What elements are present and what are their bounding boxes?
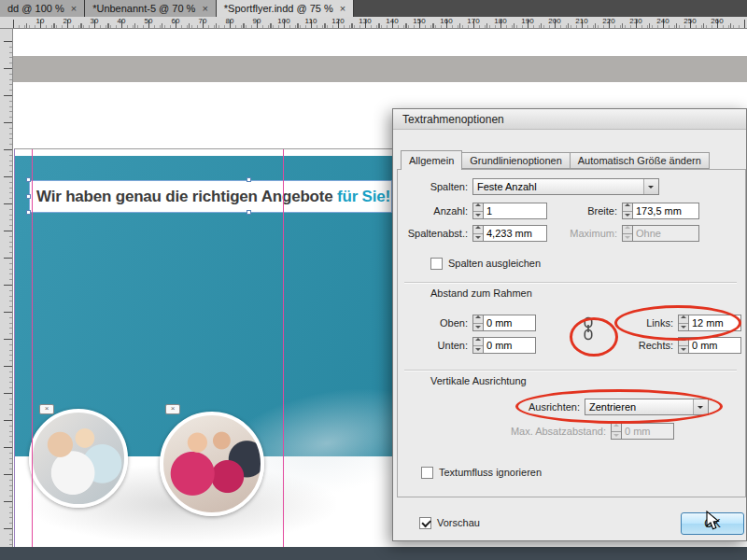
- tab-grundlinienoptionen[interactable]: Grundlinienoptionen: [461, 152, 570, 169]
- spinner-icon: [622, 225, 632, 242]
- absatzabstand-label: Max. Absatzabstand:: [494, 423, 606, 440]
- horizontal-ruler[interactable]: 1020304050607080901001101201301401501601…: [0, 17, 747, 29]
- spaltenabst-label: Spaltenabst.:: [397, 225, 468, 242]
- annotation-ellipse-links: [614, 305, 741, 341]
- page-edge: [14, 148, 392, 149]
- content-grabber-icon[interactable]: [165, 404, 180, 414]
- spalten-label: Spalten:: [419, 178, 468, 195]
- photo-circle-1[interactable]: [29, 409, 128, 508]
- selection-handle[interactable]: [247, 177, 251, 182]
- spalten-ausgleichen-row: Spalten ausgleichen: [430, 257, 541, 270]
- annotation-ellipse-chain: [570, 317, 618, 357]
- spinner-icon: [611, 423, 621, 440]
- ruler-number: 90: [247, 17, 266, 25]
- spalten-value: Feste Anzahl: [473, 181, 643, 192]
- document-tab-label: *Unbenannt-5 @ 70 %: [92, 3, 195, 14]
- ruler-number: 220: [599, 17, 618, 25]
- document-tab-1[interactable]: dd @ 100 % ×: [0, 0, 85, 17]
- ruler-number: 10: [31, 17, 49, 25]
- ruler-number: 130: [356, 17, 374, 25]
- close-icon[interactable]: ×: [71, 4, 77, 14]
- pasteboard-band: [13, 56, 747, 82]
- breite-label: Breite:: [552, 203, 617, 219]
- anzahl-label: Anzahl:: [419, 203, 468, 219]
- document-tab-bar: dd @ 100 % × *Unbenannt-5 @ 70 % × *Spor…: [0, 0, 747, 17]
- ruler-number: 30: [85, 17, 104, 25]
- tab-automatisch-groesse[interactable]: Automatisch Größe ändern: [570, 152, 710, 169]
- vertical-ruler[interactable]: [0, 29, 13, 560]
- unten-label: Unten:: [419, 337, 468, 354]
- headline-accent: für Sie!: [332, 188, 390, 205]
- headline-text-frame[interactable]: Wir haben genau die richtigen Angebote f…: [29, 180, 392, 213]
- vorschau-checkbox[interactable]: [419, 517, 431, 529]
- selection-handle[interactable]: [26, 210, 31, 215]
- page-edge-guide[interactable]: [14, 149, 15, 547]
- spaltenabst-stepper[interactable]: 4,233 mm: [472, 225, 547, 242]
- breite-stepper[interactable]: 173,5 mm: [622, 203, 699, 219]
- maximum-stepper: Ohne: [622, 225, 699, 242]
- margin-guide-right[interactable]: [283, 149, 284, 547]
- spinner-icon[interactable]: [472, 337, 483, 354]
- ruler-number: 40: [112, 17, 131, 25]
- ruler-number: 170: [464, 17, 483, 25]
- spinner-icon[interactable]: [472, 315, 483, 331]
- document-tab-2[interactable]: *Unbenannt-5 @ 70 % ×: [85, 0, 217, 17]
- content-grabber-icon[interactable]: [39, 404, 54, 414]
- unten-input[interactable]: 0 mm: [483, 337, 536, 354]
- textumfluss-label: Textumfluss ignorieren: [439, 467, 542, 478]
- photo-circle-2[interactable]: [160, 412, 264, 516]
- section-divider: [404, 282, 737, 284]
- ruler-number: 180: [491, 17, 510, 25]
- chevron-down-icon[interactable]: [643, 179, 658, 194]
- tab-allgemein[interactable]: Allgemein: [401, 150, 462, 170]
- textumfluss-row: Textumfluss ignorieren: [421, 466, 542, 479]
- headline-main: Wir haben genau die richtigen Angebote: [36, 188, 332, 205]
- ruler-number: 20: [58, 17, 77, 25]
- ruler-number: 80: [220, 17, 239, 25]
- document-tab-active[interactable]: *Sportflyer.indd @ 75 % ×: [217, 0, 354, 17]
- spinner-icon[interactable]: [472, 203, 483, 219]
- maximum-input: Ohne: [632, 225, 699, 242]
- absatzabstand-input: 0 mm: [621, 423, 674, 440]
- oben-label: Oben:: [419, 315, 468, 331]
- ruler-number: 100: [275, 17, 293, 25]
- document-tab-label: dd @ 100 %: [7, 3, 64, 14]
- textumfluss-checkbox[interactable]: [421, 467, 433, 479]
- mouse-cursor-icon: [706, 511, 720, 535]
- ruler-number: 70: [193, 17, 212, 25]
- spinner-icon[interactable]: [472, 225, 483, 242]
- anzahl-input[interactable]: 1: [483, 203, 547, 219]
- ruler-number: 110: [302, 17, 320, 25]
- flyer-footer-band: [0, 547, 747, 560]
- close-icon[interactable]: ×: [202, 4, 207, 14]
- margin-guide-left[interactable]: [32, 149, 33, 547]
- spaltenabst-input[interactable]: 4,233 mm: [483, 225, 547, 242]
- dialog-titlebar[interactable]: Textrahmenoptionen: [393, 109, 746, 130]
- anzahl-stepper[interactable]: 1: [472, 203, 547, 219]
- ruler-number: 250: [681, 17, 699, 25]
- ruler-number: 210: [572, 17, 591, 25]
- annotation-ellipse-ausrichten: [515, 389, 723, 424]
- selection-handle[interactable]: [247, 210, 251, 215]
- absatzabstand-row: Max. Absatzabstand: 0 mm: [494, 423, 674, 440]
- ruler-number: 160: [437, 17, 456, 25]
- oben-stepper[interactable]: 0 mm: [472, 315, 536, 331]
- unten-stepper[interactable]: 0 mm: [472, 337, 536, 354]
- close-icon[interactable]: ×: [340, 4, 345, 14]
- indesign-window: dd @ 100 % × *Unbenannt-5 @ 70 % × *Spor…: [0, 0, 747, 560]
- document-tab-label: *Sportflyer.indd @ 75 %: [224, 3, 333, 14]
- ruler-number: 190: [518, 17, 537, 25]
- vorschau-label: Vorschau: [437, 517, 480, 528]
- spalten-select[interactable]: Feste Anzahl: [472, 178, 659, 195]
- spalten-ausgleichen-checkbox[interactable]: [430, 258, 443, 270]
- selection-handle[interactable]: [26, 177, 31, 182]
- oben-input[interactable]: 0 mm: [483, 315, 536, 331]
- ruler-number: 260: [708, 17, 726, 25]
- dialog-tabs: Allgemein Grundlinienoptionen Automatisc…: [401, 150, 709, 170]
- headline-text: Wir haben genau die richtigen Angebote f…: [36, 188, 390, 206]
- spinner-icon[interactable]: [622, 203, 632, 219]
- selection-handle[interactable]: [26, 194, 31, 199]
- abstand-group-title: Abstand zum Rahmen: [430, 287, 532, 299]
- breite-input[interactable]: 173,5 mm: [632, 203, 699, 219]
- section-divider: [404, 370, 737, 371]
